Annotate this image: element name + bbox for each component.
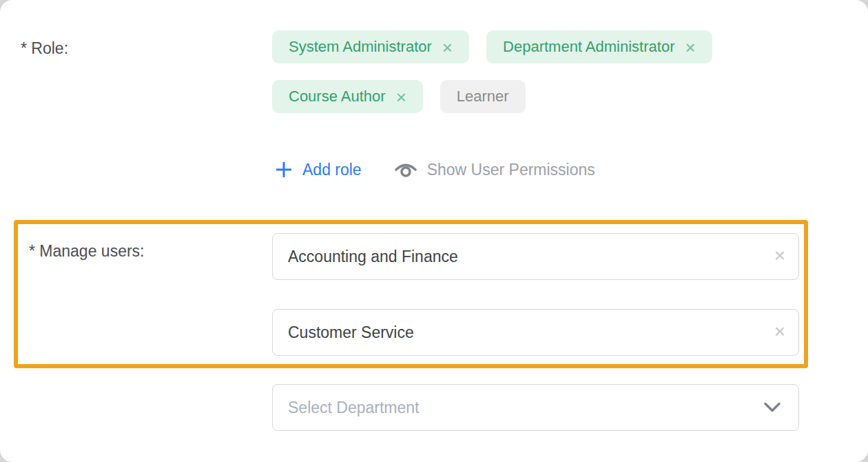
eye-icon xyxy=(393,160,418,179)
clear-department-icon[interactable]: × xyxy=(774,246,785,265)
role-tag-label: System Administrator xyxy=(289,38,432,56)
managed-department-input[interactable] xyxy=(272,233,799,280)
managed-department-input[interactable] xyxy=(272,309,799,356)
managed-department-row: × xyxy=(272,233,799,280)
form-card: * Role: System Administrator × Departmen… xyxy=(0,0,868,462)
role-tag-system-administrator: System Administrator × xyxy=(272,30,469,63)
managed-departments-list: × × xyxy=(272,233,799,356)
manage-users-label: * Manage users: xyxy=(29,242,144,261)
remove-tag-icon[interactable]: × xyxy=(442,37,453,57)
role-tag-department-administrator: Department Administrator × xyxy=(486,30,712,63)
role-tag-label: Department Administrator xyxy=(503,38,674,56)
role-tag-course-author: Course Author × xyxy=(272,80,423,113)
managed-department-row: × xyxy=(272,309,799,356)
role-tag-label: Learner xyxy=(457,88,509,106)
role-tag-label: Course Author xyxy=(289,88,386,106)
role-tag-learner: Learner xyxy=(440,80,526,113)
add-role-button[interactable]: Add role xyxy=(275,161,362,179)
select-department-placeholder: Select Department xyxy=(288,399,419,417)
show-user-permissions-button[interactable]: Show User Permissions xyxy=(393,160,595,179)
role-actions-row: Add role Show User Permissions xyxy=(275,153,595,186)
role-tags: System Administrator × Department Admini… xyxy=(272,30,855,113)
clear-department-icon[interactable]: × xyxy=(774,322,785,341)
plus-icon xyxy=(275,161,293,179)
show-user-permissions-label: Show User Permissions xyxy=(427,161,595,179)
remove-tag-icon[interactable]: × xyxy=(396,87,406,106)
chevron-down-icon xyxy=(764,403,781,413)
add-role-label: Add role xyxy=(302,161,362,179)
role-label: * Role: xyxy=(21,39,68,58)
remove-tag-icon[interactable]: × xyxy=(685,37,695,57)
select-department-dropdown[interactable]: Select Department xyxy=(272,384,799,431)
